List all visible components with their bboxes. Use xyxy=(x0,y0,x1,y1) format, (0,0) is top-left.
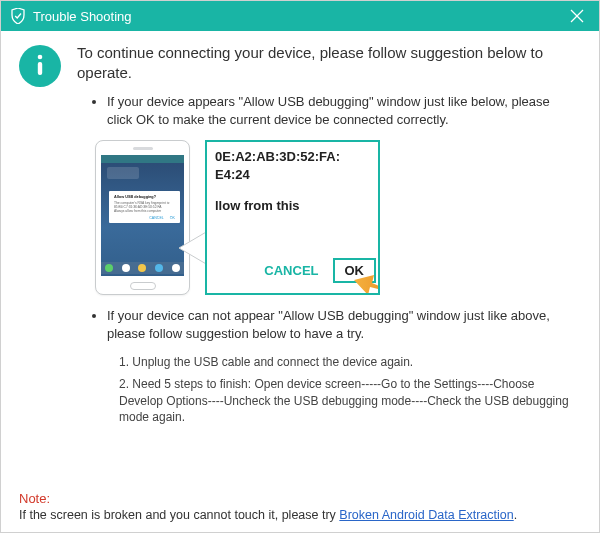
phone-widget xyxy=(107,167,139,179)
svg-rect-3 xyxy=(38,62,42,75)
points-list: If your device appears "Allow USB debugg… xyxy=(107,93,581,134)
note-label: Note: xyxy=(19,491,581,506)
intro-row: To continue connecting your device, plea… xyxy=(19,43,581,87)
phone-dock xyxy=(101,262,184,274)
titlebar-left: Trouble Shooting xyxy=(11,8,132,24)
title-text: Trouble Shooting xyxy=(33,9,132,24)
phone-popup: Allow USB debugging? The computer's RSA … xyxy=(109,191,180,223)
points-list-2: If your device can not appear "Allow USB… xyxy=(107,307,581,348)
dock-icon xyxy=(122,264,130,272)
phone-popup-check: Always allow from this computer xyxy=(114,209,161,213)
phone-popup-ok: OK xyxy=(170,216,175,220)
dock-icon xyxy=(138,264,146,272)
troubleshooting-dialog: Trouble Shooting To continue connecting … xyxy=(0,0,600,533)
usb-debugging-illustration: Allow USB debugging? The computer's RSA … xyxy=(95,140,385,297)
note-text-before: If the screen is broken and you cannot t… xyxy=(19,508,339,522)
dock-icon xyxy=(105,264,113,272)
cancel-button[interactable]: CANCEL xyxy=(264,263,318,278)
note-area: Note: If the screen is broken and you ca… xyxy=(19,485,581,522)
point-1: If your device appears "Allow USB debugg… xyxy=(107,93,571,128)
detail-mac-1: 0E:A2:AB:3D:52:FA: xyxy=(215,148,370,166)
phone-mockup: Allow USB debugging? The computer's RSA … xyxy=(95,140,190,295)
phone-home-button xyxy=(130,282,156,290)
point-2: If your device can not appear "Allow USB… xyxy=(107,307,571,342)
step-2: 2. Need 5 steps to finish: Open device s… xyxy=(119,376,581,425)
shield-icon xyxy=(11,8,25,24)
phone-popup-cancel: CANCEL xyxy=(149,216,164,220)
svg-marker-4 xyxy=(354,275,380,295)
detail-partial-text: llow from this xyxy=(215,197,370,215)
broken-android-link[interactable]: Broken Android Data Extraction xyxy=(339,508,513,522)
info-icon xyxy=(19,45,61,87)
close-button[interactable] xyxy=(565,4,589,28)
note-text: If the screen is broken and you cannot t… xyxy=(19,508,581,522)
detail-callout: 0E:A2:AB:3D:52:FA: E4:24 llow from this … xyxy=(205,140,380,295)
pointer-arrow-icon xyxy=(354,265,380,295)
phone-screen: Allow USB debugging? The computer's RSA … xyxy=(101,155,184,276)
note-text-after: . xyxy=(514,508,517,522)
phone-popup-title: Allow USB debugging? xyxy=(114,195,175,200)
substeps: 1. Unplug the USB cable and connect the … xyxy=(119,354,581,431)
step-1: 1. Unplug the USB cable and connect the … xyxy=(119,354,581,370)
detail-mac-2: E4:24 xyxy=(215,166,370,184)
dock-icon xyxy=(155,264,163,272)
dialog-heading: To continue connecting your device, plea… xyxy=(77,43,581,84)
phone-speaker xyxy=(133,147,153,150)
content-area: To continue connecting your device, plea… xyxy=(1,31,599,532)
svg-point-2 xyxy=(38,55,43,60)
titlebar: Trouble Shooting xyxy=(1,1,599,31)
phone-statusbar xyxy=(101,155,184,163)
